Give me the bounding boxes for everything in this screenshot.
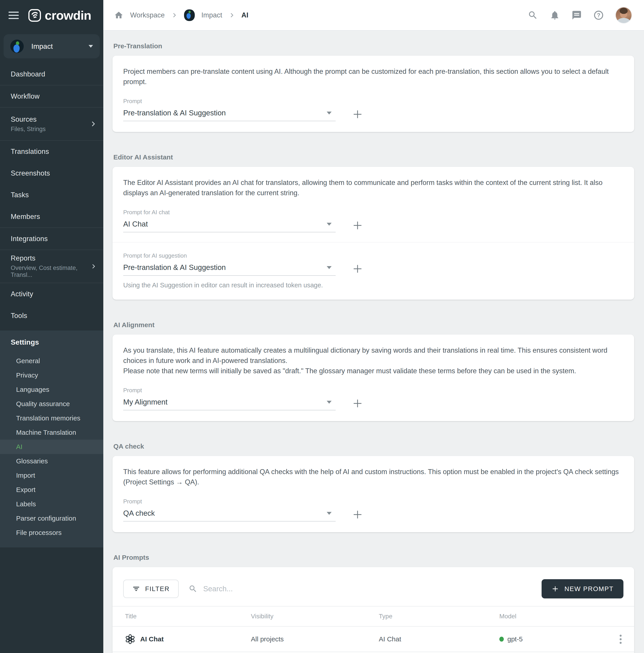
field-label: Prompt	[123, 98, 623, 105]
alignment-prompt-select[interactable]: My Alignment	[123, 396, 336, 410]
sidebar-item-export[interactable]: Export	[0, 483, 103, 497]
ai-chat-prompt-select[interactable]: AI Chat	[123, 218, 336, 232]
sidebar-item-subtitle: Overview, Cost estimate, Transl...	[11, 265, 91, 279]
section-ai-prompts: AI Prompts FILTER NEW PROMPT	[113, 554, 634, 653]
project-avatar	[10, 40, 24, 53]
chevron-right-icon	[90, 121, 97, 127]
select-value: Pre-translation & AI Suggestion	[123, 263, 226, 272]
project-selector[interactable]: Impact	[4, 34, 100, 58]
model-name: gpt-5	[507, 635, 523, 643]
sidebar-item-ai[interactable]: AI	[0, 440, 103, 454]
sidebar-item-general[interactable]: General	[0, 354, 103, 368]
openai-icon	[125, 634, 135, 644]
section-qa-check: QA check This feature allows for perform…	[113, 442, 634, 532]
filter-button-label: FILTER	[145, 585, 170, 592]
select-value: QA check	[123, 509, 155, 517]
ai-chat-prompt-field: Prompt for AI chat AI Chat	[123, 209, 623, 232]
sidebar-item-reports[interactable]: Reports Overview, Cost estimate, Transl.…	[0, 250, 103, 283]
caret-down-icon	[327, 223, 331, 226]
sidebar-item-machine-translation[interactable]: Machine Translation	[0, 425, 103, 440]
select-value: Pre-translation & AI Suggestion	[123, 109, 226, 117]
section-heading: AI Alignment	[114, 321, 634, 329]
add-prompt-button[interactable]	[352, 220, 363, 231]
description-text: Please note that new terms will initiall…	[123, 366, 623, 376]
sidebar-item-subtitle: Files, Strings	[11, 126, 46, 132]
sidebar-item-activity[interactable]: Activity	[0, 283, 103, 305]
notifications-bell-icon[interactable]	[550, 10, 560, 20]
sidebar-item-quality-assurance[interactable]: Quality assurance	[0, 397, 103, 411]
add-prompt-button[interactable]	[352, 509, 363, 521]
home-icon[interactable]	[114, 10, 123, 20]
user-avatar[interactable]	[615, 7, 632, 23]
prompt-field: Prompt Pre-translation & AI Suggestion	[123, 98, 623, 121]
sidebar-item-parser-configuration[interactable]: Parser configuration	[0, 511, 103, 526]
search-input[interactable]	[203, 585, 532, 593]
sidebar-item-translation-memories[interactable]: Translation memories	[0, 411, 103, 425]
add-prompt-button[interactable]	[352, 263, 363, 274]
prompt-visibility: All projects	[251, 635, 379, 643]
sidebar-item-glossaries[interactable]: Glossaries	[0, 454, 103, 468]
pre-translation-card: Project members can pre-translate conten…	[113, 56, 634, 132]
help-icon[interactable]: ?	[593, 10, 604, 20]
pre-translation-prompt-select[interactable]: Pre-translation & AI Suggestion	[123, 107, 336, 121]
new-prompt-button[interactable]: NEW PROMPT	[542, 579, 623, 599]
sidebar-item-sources[interactable]: Sources Files, Strings	[0, 107, 103, 140]
description-text: The Editor AI Assistant provides an AI c…	[123, 177, 623, 198]
prompts-toolbar: FILTER NEW PROMPT	[113, 567, 634, 606]
description-text: Project members can pre-translate conten…	[123, 67, 623, 87]
filter-button[interactable]: FILTER	[123, 580, 179, 598]
chat-icon[interactable]	[572, 10, 582, 20]
search-icon	[189, 584, 197, 593]
sidebar-header: crowdin	[0, 0, 103, 31]
prompt-model: gpt-5	[499, 635, 605, 643]
section-editor-ai-assistant: Editor AI Assistant The Editor AI Assist…	[113, 153, 634, 300]
prompt-type: AI Chat	[379, 635, 499, 643]
prompts-table: Title Visibility Type Model	[113, 606, 634, 653]
section-ai-alignment: AI Alignment As you translate, this AI f…	[113, 321, 634, 421]
sidebar-item-settings[interactable]: Settings	[0, 331, 103, 354]
ai-prompts-card: FILTER NEW PROMPT Title Visibility	[113, 567, 634, 653]
plus-icon	[551, 585, 559, 592]
breadcrumb-project[interactable]: Impact	[201, 11, 222, 19]
settings-panel: Settings General Privacy Languages Quali…	[0, 331, 103, 548]
sidebar-item-labels[interactable]: Labels	[0, 497, 103, 511]
hamburger-menu-icon[interactable]	[8, 11, 19, 19]
select-value: My Alignment	[123, 398, 168, 406]
ai-alignment-card: As you translate, this AI feature automa…	[113, 335, 634, 421]
sidebar-item-integrations[interactable]: Integrations	[0, 228, 103, 249]
sidebar-item-tasks[interactable]: Tasks	[0, 184, 103, 206]
sidebar-item-members[interactable]: Members	[0, 206, 103, 227]
crowdin-logo-text: crowdin	[45, 8, 91, 23]
sidebar-item-translations[interactable]: Translations	[0, 141, 103, 162]
add-prompt-button[interactable]	[352, 108, 363, 120]
row-menu-kebab-icon[interactable]	[618, 633, 623, 646]
sidebar-item-dashboard[interactable]: Dashboard	[0, 63, 103, 85]
sidebar-item-screenshots[interactable]: Screenshots	[0, 162, 103, 184]
sidebar-item-privacy[interactable]: Privacy	[0, 368, 103, 382]
crowdin-logo-icon	[28, 9, 41, 22]
add-prompt-button[interactable]	[352, 397, 363, 409]
field-label: Prompt for AI chat	[123, 209, 623, 216]
prompt-title-link[interactable]: AI Chat	[125, 634, 251, 644]
column-header-type: Type	[379, 613, 499, 620]
qa-check-card: This feature allows for performing addit…	[113, 456, 634, 532]
breadcrumb-workspace[interactable]: Workspace	[130, 11, 165, 19]
crowdin-logo[interactable]: crowdin	[28, 8, 91, 23]
section-heading: QA check	[114, 442, 634, 450]
breadcrumb-project-avatar[interactable]	[184, 9, 195, 21]
sidebar-item-tools[interactable]: Tools	[0, 305, 103, 326]
sidebar-item-workflow[interactable]: Workflow	[0, 86, 103, 107]
chevron-right-icon	[91, 263, 97, 270]
qa-check-prompt-select[interactable]: QA check	[123, 508, 336, 522]
caret-down-icon	[327, 112, 331, 115]
filter-icon	[132, 585, 140, 593]
sidebar-item-languages[interactable]: Languages	[0, 382, 103, 397]
section-heading: Pre-Translation	[114, 42, 634, 50]
sidebar-item-file-processors[interactable]: File processors	[0, 526, 103, 540]
sidebar-item-import[interactable]: Import	[0, 468, 103, 483]
ai-suggestion-prompt-select[interactable]: Pre-translation & AI Suggestion	[123, 262, 336, 276]
prompt-field: Prompt My Alignment	[123, 387, 623, 410]
search-icon[interactable]	[528, 10, 538, 20]
page-content: Pre-Translation Project members can pre-…	[103, 31, 644, 653]
main-area: Workspace Impact AI ? Pre-Translation Pr…	[103, 0, 644, 653]
